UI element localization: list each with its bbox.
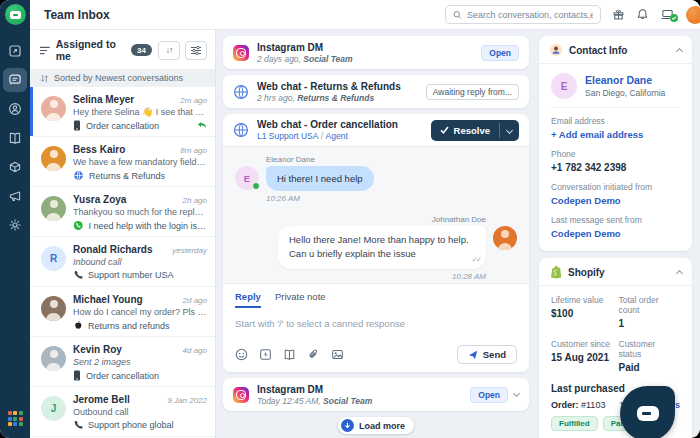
canned-response-icon[interactable] — [259, 348, 272, 361]
timestamp: 2h ago — [183, 196, 207, 205]
contact-name: Michael Young — [73, 294, 143, 305]
message-author: Eleanor Dane — [266, 155, 517, 164]
contact-info-header[interactable]: Contact Info — [539, 36, 692, 64]
conversation-row[interactable]: Bess Kairo8m ago We have a few mandatory… — [30, 137, 215, 187]
source-link[interactable]: Codepen Demo — [551, 228, 680, 239]
contact-card-icon — [549, 43, 563, 57]
conversation-row[interactable]: Kevin Roy4d ago Sent 2 images Order canc… — [30, 337, 215, 387]
conversation-team: Social Team — [323, 396, 372, 406]
message-area: Eleanor Dane E Hi there! I need help 10:… — [223, 147, 529, 283]
check-icon — [440, 126, 449, 134]
linked-conversation-card[interactable]: Instagram DM 2 days ago, Social Team Ope… — [223, 36, 529, 69]
topic-tag: I need help with the login issu... — [88, 221, 207, 231]
load-more-button[interactable]: Load more — [338, 417, 414, 434]
timestamp: 9 Jan 2022 — [167, 396, 207, 405]
chat-widget-launcher[interactable] — [620, 386, 675, 438]
filter-lines-icon[interactable] — [40, 46, 50, 55]
bots-icon[interactable] — [3, 155, 27, 179]
campaigns-icon[interactable] — [3, 184, 27, 208]
sort-button[interactable]: ↓↑ — [158, 41, 180, 60]
conversation-row[interactable]: R Ronald Richardsyesterday Inbound call … — [30, 237, 215, 287]
shortcuts-icon[interactable] — [3, 39, 27, 63]
apple-icon — [73, 320, 83, 331]
avatar — [41, 96, 66, 121]
global-search[interactable] — [445, 5, 601, 24]
conversation-title: Instagram DM — [257, 384, 372, 395]
conversation-team: Social Team — [303, 54, 352, 64]
conversation-row[interactable]: Selina Meyer2m ago Hey there Selina 👋 I … — [30, 87, 215, 137]
topic-tag: Order cancellation — [86, 121, 159, 131]
notifications-bell-icon[interactable] — [636, 8, 649, 21]
message-time: 10:28 AM — [235, 272, 486, 281]
search-input[interactable] — [467, 10, 593, 20]
field-label: Conversation initiated from — [551, 182, 680, 192]
snippet: Outbound call — [73, 407, 207, 417]
linked-conversation-card[interactable]: Web chat - Returns & Refunds 2 hrs ago, … — [223, 75, 529, 108]
attachment-icon[interactable] — [307, 348, 320, 361]
timestamp: yesterday — [172, 246, 207, 255]
app-rail — [0, 0, 30, 438]
image-icon[interactable] — [331, 348, 344, 361]
instagram-icon — [233, 387, 249, 403]
contact-name: Ronald Richards — [73, 244, 152, 255]
tab-private-note[interactable]: Private note — [275, 291, 326, 308]
message-time: 10:26 AM — [266, 194, 517, 203]
conversation-team: Returns & Refunds — [297, 93, 374, 103]
conversation-row[interactable]: J Jerome Bell9 Jan 2022 Outbound call Su… — [30, 387, 215, 437]
outgoing-message: Hello there Jane! More than happy to hel… — [278, 226, 486, 269]
article-icon[interactable] — [283, 348, 296, 361]
avatar — [41, 146, 66, 171]
avatar — [41, 296, 66, 321]
reply-input[interactable] — [235, 308, 517, 345]
stat-label: Total order count — [619, 295, 681, 315]
contacts-icon[interactable] — [3, 97, 27, 121]
conversation-count-badge: 34 — [131, 44, 152, 56]
read-receipt-icon: ✓✓ — [471, 255, 480, 266]
resolve-button[interactable]: Resolve — [431, 120, 519, 141]
inbox-icon[interactable] — [3, 68, 27, 92]
phone-icon — [73, 270, 83, 280]
assignment-filter[interactable]: Assigned to me — [56, 38, 125, 62]
conversation-time: Today 12:45 AM, — [257, 396, 321, 406]
snippet: How do I cancel my order? Pls help — [73, 307, 207, 317]
contact-name-link[interactable]: Eleanor Dane — [585, 74, 665, 86]
device-status-icon[interactable] — [660, 8, 675, 21]
field-label: Last message sent from — [551, 215, 680, 225]
snippet: Sent 2 images — [73, 357, 207, 367]
conversation-list: Assigned to me 34 ↓↑ Sorted by Newest co… — [30, 30, 216, 438]
shopify-header[interactable]: Shopify — [539, 258, 692, 286]
conversation-title: Instagram DM — [257, 42, 353, 53]
linked-conversation-card[interactable]: Instagram DM Today 12:45 AM, Social Team… — [223, 378, 529, 411]
send-button[interactable]: Send — [457, 345, 517, 364]
topic-tag: Returns & Refunds — [89, 171, 165, 181]
apps-switcher-icon[interactable] — [8, 411, 23, 426]
source-link[interactable]: Codepen Demo — [551, 195, 680, 206]
avatar: R — [41, 246, 66, 271]
contact-avatar: E — [551, 73, 577, 99]
stat-label: Lifetime value — [551, 295, 613, 305]
conversation-row[interactable]: Yusra Zoya2h ago Thankyou so much for th… — [30, 187, 215, 237]
add-email-link[interactable]: + Add email address — [551, 129, 680, 140]
conversation-row[interactable]: Michael Young2d ago How do I cancel my o… — [30, 287, 215, 337]
search-icon — [453, 10, 462, 20]
filter-button[interactable] — [185, 41, 207, 60]
stat-value: Paid — [619, 362, 681, 373]
user-avatar[interactable] — [686, 6, 700, 24]
conversation-title: Web chat - Order cancellation — [257, 119, 398, 130]
whats-new-icon[interactable] — [612, 8, 625, 21]
collapse-icon[interactable] — [676, 270, 683, 277]
chevron-down-icon[interactable] — [513, 389, 520, 396]
smartphone-icon — [73, 370, 81, 381]
resolve-dropdown[interactable] — [499, 123, 519, 138]
topic-tag: Support phone global — [88, 420, 174, 430]
sorted-by-bar[interactable]: Sorted by Newest conversations — [30, 69, 215, 87]
status-badge: Open — [481, 45, 519, 61]
agent-link[interactable]: Agent — [326, 131, 348, 141]
phone-icon — [73, 420, 83, 430]
emoji-icon[interactable] — [235, 348, 248, 361]
tab-reply[interactable]: Reply — [235, 291, 261, 308]
knowledge-base-icon[interactable] — [3, 126, 27, 150]
group-link[interactable]: L1 Support USA — [257, 131, 318, 141]
collapse-icon[interactable] — [676, 48, 683, 55]
settings-icon[interactable] — [3, 213, 27, 237]
